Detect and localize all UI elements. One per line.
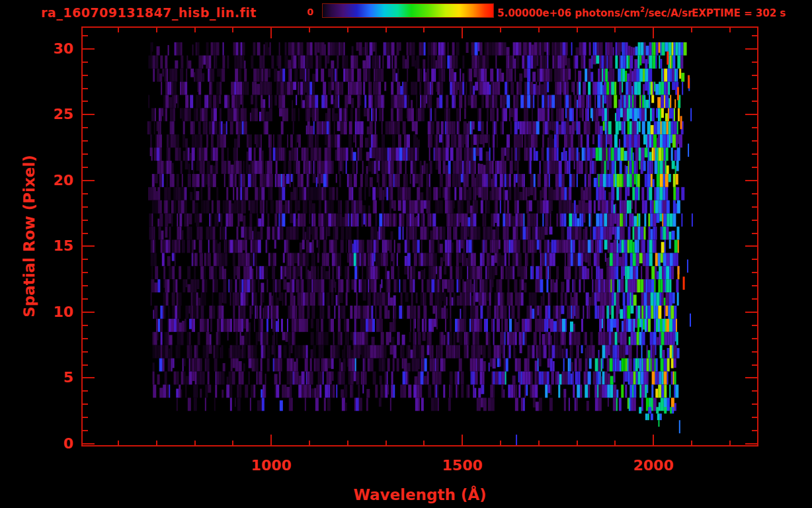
x-tick-label: 1000	[231, 457, 311, 474]
y-tick-label: 0	[23, 435, 73, 452]
y-axis-title: Spatial Row (Pixel)	[20, 155, 38, 318]
y-tick-label: 25	[23, 106, 73, 123]
colorbar-units-exponent: 2	[640, 6, 645, 13]
colorbar-gradient	[322, 3, 494, 18]
exptime-label: EXPTIME = 302 s	[692, 7, 786, 19]
colorbar-max-value: 5.00000e+06	[497, 7, 571, 19]
colorbar-units-rest: /sec/A/sr	[645, 7, 692, 19]
x-axis-title: Wavelength (Å)	[321, 486, 519, 503]
heatmap-canvas	[81, 26, 758, 446]
y-tick-label: 30	[23, 40, 73, 58]
x-tick-label: 2000	[614, 457, 693, 474]
y-tick-label: 5	[23, 369, 73, 386]
x-tick-label: 1500	[423, 457, 502, 474]
colorbar-min-label: 0	[290, 7, 313, 17]
colorbar-max-units-label: 5.00000e+06 photons/cm2/sec/A/sr	[497, 7, 692, 19]
file-title: ra_160709131847_hisb_lin.fit	[41, 5, 257, 20]
spectral-image-viewer: ra_160709131847_hisb_lin.fit 0 5.00000e+…	[0, 0, 812, 508]
colorbar-units-base: photons/cm	[571, 7, 640, 19]
